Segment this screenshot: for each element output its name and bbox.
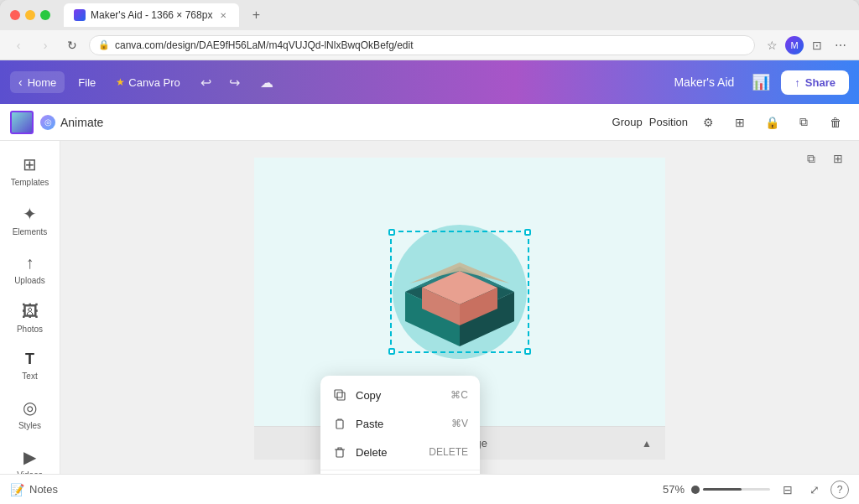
undo-button[interactable]: ↩ bbox=[194, 70, 219, 95]
tab-title: Maker's Aid - 1366 × 768px bbox=[91, 9, 212, 21]
zoom-track bbox=[703, 488, 770, 491]
browser-tab[interactable]: Maker's Aid - 1366 × 768px ✕ bbox=[64, 3, 239, 27]
notes-button[interactable]: 📝 Notes bbox=[10, 483, 58, 496]
extensions-button[interactable]: ⊡ bbox=[807, 35, 827, 55]
lock-icon[interactable]: 🔒 bbox=[758, 109, 785, 136]
forward-button[interactable]: › bbox=[35, 35, 55, 55]
sidebar-item-elements[interactable]: ✦ Elements bbox=[5, 197, 55, 243]
maximize-window-button[interactable] bbox=[40, 10, 50, 20]
reload-button[interactable]: ↻ bbox=[62, 35, 82, 55]
sidebar-item-videos[interactable]: ▶ Videos bbox=[5, 440, 55, 474]
position-label: Position bbox=[649, 116, 688, 128]
upload-icon: ↑ bbox=[794, 76, 800, 89]
resize-handle-tr[interactable] bbox=[524, 229, 531, 236]
help-icon[interactable]: ? bbox=[830, 481, 849, 499]
app-container: ‹ Home File ★ Canva Pro ↩ ↪ ☁ Maker's Ai… bbox=[0, 60, 859, 504]
tab-favicon bbox=[74, 9, 86, 21]
minimize-window-button[interactable] bbox=[25, 10, 35, 20]
svg-rect-11 bbox=[336, 449, 343, 457]
animate-label: Animate bbox=[60, 116, 103, 129]
grid-view-icon[interactable]: ⊟ bbox=[777, 479, 799, 501]
toolbar-right-buttons: ⚙ ⊞ 🔒 ⧉ 🗑 bbox=[695, 109, 849, 136]
sidebar-item-photos[interactable]: 🖼 Photos bbox=[5, 295, 55, 340]
collapse-page-button[interactable]: ▲ bbox=[638, 435, 655, 452]
redo-button[interactable]: ↪ bbox=[222, 70, 247, 95]
more-button[interactable]: ⋯ bbox=[830, 35, 851, 55]
canva-pro-button[interactable]: ★ Canva Pro bbox=[109, 72, 186, 93]
context-menu: Copy ⌘C Paste ⌘V bbox=[320, 376, 480, 474]
menu-item-delete[interactable]: Delete DELETE bbox=[320, 438, 480, 466]
notes-icon: 📝 bbox=[10, 483, 24, 496]
copy-label: Copy bbox=[356, 389, 442, 402]
browser-toolbar-actions: ☆ M ⊡ ⋯ bbox=[762, 35, 851, 55]
bookmark-button[interactable]: ☆ bbox=[762, 35, 782, 55]
traffic-lights bbox=[10, 10, 50, 20]
app-topnav: ‹ Home File ★ Canva Pro ↩ ↪ ☁ Maker's Ai… bbox=[0, 60, 859, 104]
home-button[interactable]: ‹ Home bbox=[10, 71, 65, 93]
canvas-area: ⧉ ⊞ bbox=[60, 141, 859, 474]
resize-handle-br[interactable] bbox=[524, 348, 531, 355]
back-button[interactable]: ‹ bbox=[8, 35, 29, 55]
videos-icon: ▶ bbox=[23, 447, 36, 467]
share-button[interactable]: ↑ Share bbox=[781, 70, 849, 95]
resize-handle-tl[interactable] bbox=[388, 229, 395, 236]
paste-icon bbox=[332, 416, 347, 431]
sidebar-item-templates[interactable]: ⊞ Templates bbox=[5, 148, 55, 194]
tab-close-button[interactable]: ✕ bbox=[217, 9, 229, 21]
new-tab-button[interactable]: + bbox=[246, 5, 266, 25]
svg-rect-8 bbox=[337, 392, 345, 400]
sidebar-item-label: Text bbox=[22, 372, 37, 381]
zoom-fill bbox=[703, 488, 742, 491]
box-element[interactable] bbox=[397, 237, 523, 346]
group-label: Group bbox=[612, 116, 643, 128]
delete-icon[interactable]: 🗑 bbox=[822, 109, 849, 136]
fullscreen-icon[interactable]: ⤢ bbox=[804, 479, 825, 501]
menu-item-paste[interactable]: Paste ⌘V bbox=[320, 409, 480, 438]
sidebar-item-text[interactable]: T Text bbox=[5, 344, 55, 387]
profile-button[interactable]: M bbox=[785, 36, 804, 55]
browser-titlebar: Maker's Aid - 1366 × 768px ✕ + bbox=[0, 0, 859, 30]
align-icon[interactable]: ⚙ bbox=[695, 109, 721, 136]
canvas-top-icons: ⧉ ⊞ bbox=[800, 148, 849, 169]
svg-rect-10 bbox=[336, 420, 343, 429]
chevron-left-icon: ‹ bbox=[18, 75, 23, 89]
zoom-slider[interactable] bbox=[691, 486, 770, 494]
copy-canvas-icon[interactable]: ⧉ bbox=[800, 148, 822, 169]
bottom-right-icons: ⊟ ⤢ ? bbox=[777, 479, 849, 501]
address-bar[interactable]: 🔒 canva.com/design/DAE9fH56LaM/m4qVUJQd-… bbox=[89, 35, 755, 55]
app-toolbar: ◎ Animate Group Position ⚙ ⊞ 🔒 ⧉ 🗑 bbox=[0, 104, 859, 141]
sidebar-item-uploads[interactable]: ↑ Uploads bbox=[5, 247, 55, 292]
animate-icon: ◎ bbox=[40, 115, 55, 130]
paste-shortcut: ⌘V bbox=[451, 418, 468, 429]
uploads-icon: ↑ bbox=[26, 253, 34, 273]
close-window-button[interactable] bbox=[10, 10, 20, 20]
brand-name: Maker's Aid bbox=[674, 75, 734, 89]
grid-icon[interactable]: ⊞ bbox=[726, 109, 753, 136]
copy-icon bbox=[332, 387, 347, 403]
elements-icon: ✦ bbox=[23, 204, 37, 224]
styles-icon: ◎ bbox=[23, 397, 37, 418]
sidebar-item-styles[interactable]: ◎ Styles bbox=[5, 391, 55, 437]
star-icon: ★ bbox=[116, 76, 125, 88]
sidebar-item-label: Templates bbox=[11, 178, 49, 187]
url-text: canva.com/design/DAE9fH56LaM/m4qVUJQd-lN… bbox=[115, 39, 414, 51]
sync-button[interactable]: ☁ bbox=[254, 70, 279, 95]
menu-item-copy[interactable]: Copy ⌘C bbox=[320, 381, 480, 409]
svg-rect-9 bbox=[335, 390, 342, 397]
resize-handle-bl[interactable] bbox=[388, 348, 395, 355]
sidebar: ⊞ Templates ✦ Elements ↑ Uploads 🖼 Photo… bbox=[0, 141, 60, 474]
animate-button[interactable]: ◎ Animate bbox=[40, 115, 103, 130]
duplicate-icon[interactable]: ⧉ bbox=[790, 109, 817, 136]
home-label: Home bbox=[28, 76, 57, 89]
file-menu-button[interactable]: File bbox=[71, 72, 102, 93]
sidebar-item-label: Elements bbox=[13, 227, 48, 236]
paste-label: Paste bbox=[356, 418, 443, 430]
sidebar-item-label: Uploads bbox=[14, 276, 45, 285]
text-icon: T bbox=[25, 351, 34, 368]
analytics-button[interactable]: 📊 bbox=[747, 69, 774, 96]
zoom-dot bbox=[691, 486, 700, 494]
expand-canvas-icon[interactable]: ⊞ bbox=[827, 148, 849, 169]
notes-label: Notes bbox=[29, 483, 58, 496]
zoom-value: 57% bbox=[663, 483, 685, 496]
canva-pro-label: Canva Pro bbox=[128, 76, 180, 89]
